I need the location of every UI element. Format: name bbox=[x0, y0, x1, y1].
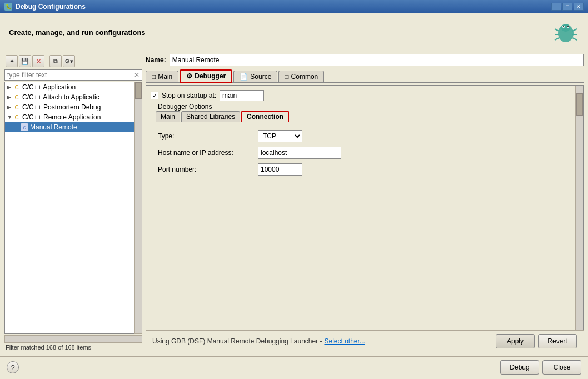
minimize-button[interactable]: ─ bbox=[551, 3, 561, 11]
toolbar-separator bbox=[47, 56, 47, 66]
tree-item-cpp-app[interactable]: ▶ C C/C++ Application bbox=[5, 82, 134, 92]
inner-tab-shared-libs[interactable]: Shared Libraries bbox=[181, 111, 240, 122]
host-row: Host name or IP address: bbox=[158, 147, 571, 159]
title-bar-controls[interactable]: ─ □ ✕ bbox=[551, 3, 584, 11]
toolbar: ✦ 💾 ✕ ⧉ ⚙▾ bbox=[4, 54, 142, 69]
svg-line-9 bbox=[572, 29, 577, 31]
dialog-header: Create, manage, and run configurations bbox=[0, 13, 588, 49]
apply-button[interactable]: Apply bbox=[496, 334, 535, 348]
tree-icon-cpp-postmortem: C bbox=[13, 103, 21, 111]
tree-scrollbar-thumb[interactable] bbox=[135, 82, 142, 99]
bottom-bar-buttons: Apply Revert bbox=[496, 334, 577, 348]
tree-arrow-cpp-attach: ▶ bbox=[7, 94, 13, 100]
filter-input[interactable] bbox=[7, 71, 134, 79]
stop-startup-label: Stop on startup at: bbox=[162, 92, 216, 99]
tab-main[interactable]: □ Main bbox=[146, 71, 178, 82]
tab-common[interactable]: □ Common bbox=[278, 71, 324, 82]
config-panel: ✓ Stop on startup at: Debugger Options M… bbox=[146, 85, 584, 330]
tree-icon-cpp-remote: C bbox=[13, 113, 21, 121]
maximize-button[interactable]: □ bbox=[562, 3, 572, 11]
bottom-bar: Using GDB (DSF) Manual Remote Debugging … bbox=[146, 330, 584, 352]
svg-line-6 bbox=[555, 29, 559, 31]
app-icon: 🐛 bbox=[4, 3, 12, 11]
tree-label-cpp-app: C/C++ Application bbox=[22, 83, 76, 91]
tab-debugger-label: Debugger bbox=[195, 72, 226, 80]
close-button-bottom[interactable]: Close bbox=[542, 360, 581, 375]
stop-startup-checkbox[interactable]: ✓ bbox=[151, 92, 158, 99]
tree-arrow-cpp-app: ▶ bbox=[7, 84, 13, 90]
type-row: Type: TCP UDP Serial bbox=[158, 130, 571, 142]
name-input[interactable] bbox=[170, 54, 584, 66]
duplicate-config-button[interactable]: ⧉ bbox=[49, 55, 62, 67]
close-button[interactable]: ✕ bbox=[574, 3, 584, 11]
filter-clear-icon[interactable]: ✕ bbox=[134, 71, 139, 79]
port-label: Port number: bbox=[158, 166, 258, 173]
svg-point-1 bbox=[561, 24, 570, 32]
inner-tabs-row: Main Shared Libraries Connection bbox=[156, 111, 574, 122]
tab-debugger[interactable]: ⚙ Debugger bbox=[180, 69, 232, 83]
filter-input-wrap: ✕ bbox=[4, 69, 142, 81]
svg-line-8 bbox=[555, 38, 559, 40]
startup-row: ✓ Stop on startup at: bbox=[151, 90, 579, 101]
tab-main-label: Main bbox=[158, 73, 172, 81]
host-label: Host name or IP address: bbox=[158, 149, 258, 157]
tree-container: ▶ C C/C++ Application ▶ C C/C++ Attach t… bbox=[4, 82, 134, 334]
host-input[interactable] bbox=[258, 147, 341, 159]
tab-source-label: Source bbox=[250, 73, 271, 81]
tabs-row: □ Main ⚙ Debugger 📄 Source □ Common bbox=[146, 69, 584, 83]
tree-icon-manual: c bbox=[21, 123, 28, 131]
tab-debugger-icon: ⚙ bbox=[186, 72, 192, 80]
debug-bug-icon bbox=[552, 19, 579, 46]
config-scrollbar-thumb[interactable] bbox=[576, 93, 583, 116]
connection-content: Type: TCP UDP Serial Host name or IP add… bbox=[156, 127, 574, 183]
config-scrollbar[interactable] bbox=[575, 86, 583, 330]
tree-label-cpp-remote: C/C++ Remote Application bbox=[22, 113, 101, 121]
type-select[interactable]: TCP UDP Serial bbox=[258, 130, 302, 142]
inner-tab-main[interactable]: Main bbox=[156, 111, 180, 122]
tree-arrow-cpp-remote: ▼ bbox=[7, 114, 13, 120]
left-panel: ✦ 💾 ✕ ⧉ ⚙▾ ✕ ▶ C C/C++ Applic bbox=[4, 54, 142, 352]
new-config-button[interactable]: ✦ bbox=[6, 55, 18, 67]
save-config-button[interactable]: 💾 bbox=[19, 55, 31, 67]
name-row: Name: bbox=[146, 54, 584, 66]
tree-icon-cpp-app: C bbox=[13, 83, 21, 91]
tree-item-cpp-remote[interactable]: ▼ C C/C++ Remote Application bbox=[5, 112, 134, 122]
dialog-content: ✦ 💾 ✕ ⧉ ⚙▾ ✕ ▶ C C/C++ Applic bbox=[0, 49, 588, 356]
stop-startup-input[interactable] bbox=[220, 90, 264, 101]
tree-label-manual: Manual Remote bbox=[30, 123, 77, 131]
launcher-text: Using GDB (DSF) Manual Remote Debugging … bbox=[152, 337, 322, 345]
inner-tab-shared-libs-label: Shared Libraries bbox=[186, 113, 235, 121]
tab-main-icon: □ bbox=[152, 73, 156, 81]
debug-button[interactable]: Debug bbox=[500, 360, 539, 375]
tab-source-icon: 📄 bbox=[240, 73, 248, 81]
inner-tab-connection[interactable]: Connection bbox=[241, 111, 289, 122]
title-bar-left: 🐛 Debug Configurations bbox=[4, 3, 86, 11]
dialog-bottom-right: Debug Close bbox=[500, 360, 581, 375]
tree-item-manual-remote[interactable]: c Manual Remote bbox=[5, 122, 134, 132]
tab-common-icon: □ bbox=[285, 73, 288, 81]
filter-status: Filter matched 168 of 168 items bbox=[4, 343, 142, 352]
tree-label-cpp-attach: C/C++ Attach to Applicatic bbox=[22, 93, 99, 101]
svg-point-5 bbox=[567, 26, 569, 27]
delete-config-button[interactable]: ✕ bbox=[32, 55, 44, 67]
tree-item-cpp-postmortem[interactable]: ▶ C C/C++ Postmortem Debug bbox=[5, 102, 134, 112]
svg-line-11 bbox=[572, 38, 577, 40]
port-row: Port number: bbox=[158, 163, 571, 176]
tree-scrollbar[interactable] bbox=[134, 82, 142, 334]
title-bar: 🐛 Debug Configurations ─ □ ✕ bbox=[0, 0, 588, 13]
name-label: Name: bbox=[146, 56, 166, 64]
select-other-link[interactable]: Select other... bbox=[324, 337, 365, 345]
filter-button[interactable]: ⚙▾ bbox=[63, 55, 75, 67]
port-input[interactable] bbox=[258, 163, 302, 176]
tree-h-scrollbar[interactable] bbox=[4, 335, 142, 343]
type-label: Type: bbox=[158, 132, 258, 140]
tree-scroll-wrap: ▶ C C/C++ Application ▶ C C/C++ Attach t… bbox=[4, 82, 142, 334]
tab-source[interactable]: 📄 Source bbox=[233, 71, 277, 82]
revert-button[interactable]: Revert bbox=[538, 334, 577, 348]
tree-item-cpp-attach[interactable]: ▶ C C/C++ Attach to Applicatic bbox=[5, 92, 134, 102]
help-button[interactable]: ? bbox=[7, 361, 19, 373]
svg-point-4 bbox=[563, 26, 564, 27]
tree-label-cpp-postmortem: C/C++ Postmortem Debug bbox=[22, 103, 101, 111]
tree-arrow-cpp-postmortem: ▶ bbox=[7, 104, 13, 110]
debugger-options-label: Debugger Options bbox=[156, 103, 214, 111]
